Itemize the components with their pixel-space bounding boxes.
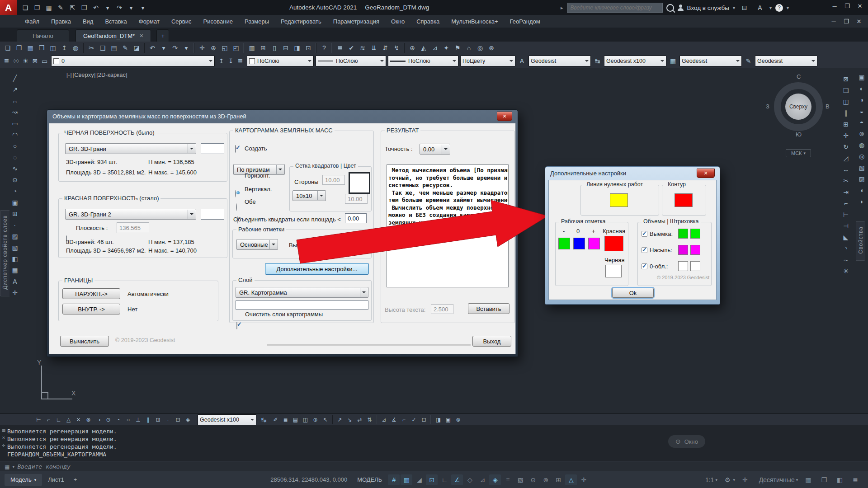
polyline-icon[interactable]: ↝ <box>9 106 21 117</box>
black-surface-pick-box[interactable] <box>201 143 224 154</box>
geo-check-icon[interactable]: ✔ <box>346 43 357 53</box>
autoscale-icon[interactable]: ✛ <box>578 474 590 485</box>
undo-icon[interactable]: ↶ <box>147 43 158 53</box>
volume-color-swatch[interactable] <box>678 229 688 239</box>
draworder-under-icon[interactable]: ◒ <box>856 105 867 117</box>
volume-color-swatch[interactable] <box>678 245 688 255</box>
plane-value-input[interactable]: 136.565 <box>117 222 149 233</box>
model-space-button[interactable]: МОДЕЛЬ <box>357 476 382 483</box>
infer-constraints-icon[interactable]: ◢ <box>413 474 425 485</box>
web-icon[interactable]: ◍ <box>70 43 81 53</box>
quick-props-icon[interactable]: ▦ <box>803 474 816 485</box>
text-style-icon[interactable]: A <box>517 56 527 66</box>
volumes-dialog-titlebar[interactable]: Объемы и картограмма земляных масс по по… <box>49 110 516 123</box>
mark-plus-color[interactable] <box>558 238 570 249</box>
quadrant-snap-icon[interactable]: ◔ <box>113 415 123 424</box>
menu-item[interactable]: Правка <box>45 15 77 28</box>
verify-icon[interactable]: ✓ <box>409 415 419 424</box>
red-mark-swatch[interactable] <box>604 236 623 251</box>
insert-button[interactable]: Вставить <box>468 303 509 314</box>
hatch1-icon[interactable]: ▧ <box>856 162 867 173</box>
viewcube-top-button[interactable]: Сверху <box>785 94 811 120</box>
menu-item[interactable]: Редактировать <box>275 15 327 28</box>
mark-minus-color[interactable] <box>588 238 600 249</box>
array-icon[interactable]: ⊞ <box>840 118 852 130</box>
menu-item[interactable]: Вставка <box>99 15 132 28</box>
ellipse-icon[interactable]: ⊙ <box>9 174 21 185</box>
grid-color-swatch[interactable] <box>349 172 370 194</box>
close-icon[interactable]: ✕ <box>697 169 715 178</box>
clip-right-icon[interactable]: ◗ <box>856 196 867 207</box>
tab-document[interactable]: GeoRandom_DTM* ✕ <box>75 29 151 42</box>
rotate-icon[interactable]: ↻ <box>840 141 852 152</box>
volume-hatch-swatch[interactable] <box>690 229 700 239</box>
help-icon[interactable]: ? <box>319 43 330 53</box>
layer-manager-palette-tab[interactable]: Диспетчер свойств слоев <box>0 210 9 296</box>
tangent-snap-icon[interactable]: ○ <box>123 415 133 424</box>
tab-start[interactable]: Начало <box>17 29 69 42</box>
layer-color-icon[interactable]: ▭ <box>40 56 49 66</box>
new-file-icon[interactable]: ❏ <box>19 2 31 13</box>
region-mass-icon[interactable]: ◫ <box>301 415 310 424</box>
view-ne-icon[interactable]: ↗ <box>335 415 344 424</box>
layer-combo[interactable]: 0 <box>51 56 215 66</box>
node-snap-icon[interactable]: ∙ <box>163 415 173 424</box>
selection-cycling-icon[interactable]: ⊙ <box>527 474 539 485</box>
polar-icon[interactable]: ∠ <box>451 474 463 485</box>
measure-angle-icon[interactable]: ∡ <box>389 415 399 424</box>
text-height-input[interactable]: 0.500 <box>340 239 365 249</box>
black-surface-combo[interactable]: GR. 3D-Грани <box>65 143 196 154</box>
angle-icon[interactable]: ⊿ <box>379 415 389 424</box>
hatch-back-icon[interactable]: ⊚ <box>856 128 867 139</box>
clear-layers-checkbox[interactable] <box>236 322 237 329</box>
match-props-icon[interactable]: ✎ <box>120 43 131 53</box>
dim-style-icon[interactable]: ↹ <box>593 56 602 66</box>
annotation-vis-icon[interactable]: △ <box>565 474 577 485</box>
model-tab[interactable]: Модель ▾ <box>5 474 42 486</box>
menu-item[interactable]: Вид <box>77 15 99 28</box>
restore-button[interactable]: ❐ <box>841 1 854 11</box>
offset-icon[interactable]: ∥ <box>840 107 852 118</box>
color-combo[interactable]: ПоСлою <box>247 56 314 66</box>
open-file-icon[interactable]: ❐ <box>31 2 43 13</box>
corner-icon[interactable]: ⌐ <box>399 415 409 424</box>
new-layout-button[interactable]: + <box>70 474 81 486</box>
table-style-icon[interactable]: ▦ <box>668 56 678 66</box>
app-caret-icon[interactable]: ▾ <box>769 5 772 10</box>
geo-down-icon[interactable]: ⇊ <box>368 43 379 53</box>
units-button[interactable]: Десятичные ▾ <box>755 474 801 485</box>
pan-icon[interactable]: ✛ <box>197 43 208 53</box>
grid-size-combo[interactable]: 10x10 <box>292 190 326 201</box>
qat-menu-icon[interactable]: ▾ <box>137 2 149 13</box>
viewport-control[interactable]: [Сверху] <box>73 71 96 78</box>
volume-color-swatch[interactable] <box>678 261 688 271</box>
layer-lock-icon[interactable]: ⊠ <box>30 56 40 66</box>
isolate-icon[interactable]: ◧ <box>835 474 848 485</box>
lineweight-icon[interactable]: ≡ <box>502 474 514 485</box>
volume-checkbox[interactable] <box>642 231 647 237</box>
stretch-icon[interactable]: ↔ <box>840 164 852 175</box>
redo-icon[interactable]: ↷ <box>113 2 125 13</box>
menu-item[interactable]: Рисование <box>197 15 238 28</box>
horizontal-radio[interactable] <box>235 190 236 197</box>
volume-hatch-swatch[interactable] <box>690 245 700 255</box>
view-se-icon[interactable]: ↘ <box>345 415 354 424</box>
customize-icon[interactable]: ≣ <box>850 474 863 485</box>
scale-icon[interactable]: ◿ <box>840 152 852 164</box>
undo-caret-icon[interactable]: ▾ <box>158 43 169 53</box>
redo-caret-icon[interactable]: ▾ <box>125 2 137 13</box>
mleaderstyle-combo[interactable]: Geodesist <box>755 56 817 66</box>
doc-close-button[interactable]: ✕ <box>853 17 865 25</box>
nearest-snap-icon[interactable]: ⊡ <box>173 415 183 424</box>
arc-icon[interactable]: ◠ <box>9 129 21 140</box>
region-icon[interactable]: ◧ <box>9 253 21 264</box>
erase-icon[interactable]: ⊠ <box>840 73 852 84</box>
insert-block-icon[interactable]: ▣ <box>9 197 21 208</box>
properties-palette-icon[interactable]: ▥ <box>246 43 257 53</box>
ray-icon[interactable]: ↗ <box>9 84 21 95</box>
grid-height-input[interactable]: 10.00 <box>345 194 368 204</box>
minus-box-icon[interactable]: ⊟ <box>419 415 429 424</box>
result-text-height-input[interactable]: 2.500 <box>431 304 453 314</box>
zoom-window-icon[interactable]: ◱ <box>219 43 230 53</box>
perpendicular-snap-icon[interactable]: ⊥ <box>133 415 143 424</box>
